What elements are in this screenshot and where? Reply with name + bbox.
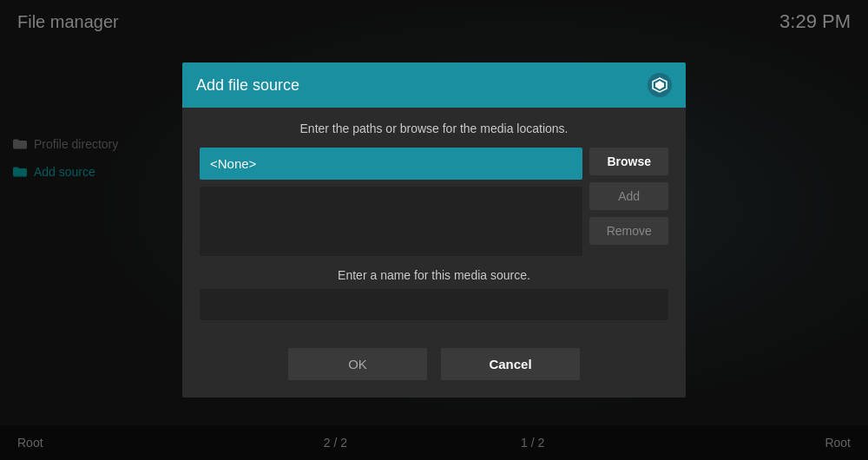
path-row [200, 148, 582, 180]
svg-marker-1 [655, 81, 664, 89]
add-button[interactable]: Add [589, 182, 668, 210]
side-actions: Browse Add Remove [589, 148, 668, 256]
remove-button[interactable]: Remove [589, 217, 668, 245]
dialog-body: Enter the paths or browse for the media … [182, 108, 686, 348]
path-input[interactable] [200, 148, 582, 180]
browse-button[interactable]: Browse [589, 148, 668, 175]
path-area: Browse Add Remove [200, 148, 668, 256]
dialog-close-button[interactable] [648, 73, 672, 97]
ok-button[interactable]: OK [288, 348, 427, 380]
kodi-logo-icon [652, 77, 667, 93]
modal-overlay: Add file source Enter the paths or brows… [0, 0, 868, 460]
dialog-add-file-source: Add file source Enter the paths or brows… [182, 62, 686, 398]
name-input[interactable] [200, 289, 668, 320]
dialog-footer: OK Cancel [182, 348, 686, 398]
name-instruction: Enter a name for this media source. [200, 268, 668, 282]
cancel-button[interactable]: Cancel [441, 348, 580, 380]
dialog-title: Add file source [196, 76, 299, 95]
name-section: Enter a name for this media source. [200, 268, 668, 320]
dialog-header: Add file source [182, 62, 686, 108]
dialog-instruction: Enter the paths or browse for the media … [200, 122, 668, 135]
path-list [200, 187, 582, 256]
